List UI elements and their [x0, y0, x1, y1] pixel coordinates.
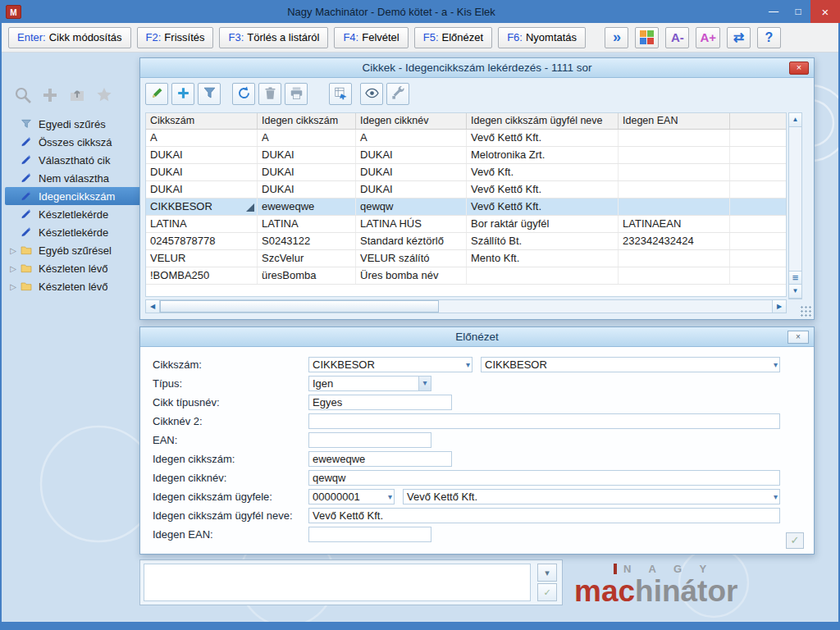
note-field[interactable] [144, 564, 531, 601]
delete-button[interactable] [258, 83, 281, 105]
table-row[interactable]: 02457878778S0243122Standard kéztörlőSzál… [146, 233, 786, 250]
combo-box[interactable]: Igen▾ [308, 376, 431, 391]
scroll-menu-button[interactable]: ≡ [789, 271, 801, 285]
table-cell[interactable] [730, 216, 786, 232]
scroll-right-button[interactable]: ▶ [772, 300, 786, 313]
sidebar-item[interactable]: Egyedi szűrés [5, 115, 143, 133]
table-row[interactable]: AAAVevő Kettő Kft. [146, 130, 786, 147]
favorite-button[interactable] [94, 85, 114, 105]
preview-apply-button[interactable]: ✓ [786, 532, 804, 549]
text-input[interactable] [308, 432, 431, 448]
table-cell[interactable] [619, 267, 730, 284]
sidebar-item[interactable]: Készletlekérde [5, 205, 143, 223]
font-decrease-button[interactable]: A- [665, 27, 689, 48]
column-header[interactable]: Cikkszám [146, 113, 258, 129]
dropdown-icon[interactable]: ▾ [774, 360, 778, 370]
table-cell[interactable]: Üres bomba név [356, 267, 467, 284]
table-cell[interactable] [730, 130, 786, 146]
help-button[interactable]: ? [757, 27, 781, 48]
print-button[interactable]: F6:Nyomtatás [498, 27, 586, 48]
table-cell[interactable]: üresBomba [258, 267, 356, 284]
table-cell[interactable]: DUKAI [146, 181, 258, 198]
resize-grip[interactable] [800, 305, 812, 317]
table-cell[interactable] [730, 233, 786, 249]
print-button[interactable] [285, 83, 308, 105]
preview-titlebar[interactable]: Előnézet × [140, 327, 814, 347]
sidebar-item[interactable]: Nem választha [5, 169, 143, 187]
table-row[interactable]: DUKAIDUKAIDUKAIVevő Kettő Kft. [146, 181, 786, 199]
settings-button[interactable] [386, 83, 409, 105]
table-cell[interactable]: Vevő Kettő Kft. [467, 199, 619, 215]
table-cell[interactable]: 02457878778 [146, 233, 258, 249]
horizontal-scroll-track[interactable] [439, 300, 772, 313]
table-cell[interactable] [619, 130, 730, 146]
text-input[interactable]: qewqw [308, 470, 780, 486]
delete-from-list-button[interactable]: F3:Törlés a listáról [219, 27, 328, 48]
minimize-button[interactable]: — [761, 0, 786, 23]
table-cell[interactable]: VELUR szálító [356, 250, 467, 267]
table-cell[interactable]: DUKAI [258, 147, 356, 163]
vertical-scroll-track[interactable] [789, 127, 801, 271]
text-input[interactable] [308, 413, 780, 429]
table-cell[interactable]: DUKAI [356, 164, 467, 180]
combo-box[interactable]: CIKKBESOR▾ [481, 357, 780, 372]
combo-box[interactable]: Vevő Kettő Kft.▾ [403, 489, 780, 504]
filter-button[interactable] [198, 83, 221, 105]
table-cell[interactable]: DUKAI [258, 181, 356, 198]
column-header[interactable]: Idegen cikknév [356, 113, 467, 129]
dropdown-icon[interactable]: ▾ [466, 360, 470, 370]
edit-button[interactable] [145, 83, 168, 105]
sidebar-item[interactable]: Készletlekérde [5, 223, 143, 241]
preview-button[interactable]: F5:Előnézet [414, 27, 492, 48]
table-cell[interactable] [619, 181, 730, 198]
close-button[interactable]: × [810, 0, 840, 23]
color-scheme-button[interactable] [635, 27, 659, 48]
scroll-up-button[interactable]: ▲ [789, 113, 801, 127]
sidebar-item[interactable]: Összes cikkszá [5, 133, 143, 151]
dropdown-icon[interactable]: ▾ [774, 492, 778, 502]
grid-window-titlebar[interactable]: Cikkek - Idegencikkszám lekérdezés - 111… [140, 58, 814, 78]
table-row[interactable]: VELURSzcVelurVELUR szálítóMento Kft. [146, 250, 786, 267]
sidebar-item[interactable]: ▷Készleten lévő [5, 277, 143, 295]
table-cell[interactable]: DUKAI [356, 181, 467, 198]
table-cell[interactable] [730, 181, 786, 198]
combo-box[interactable]: 00000001▾ [308, 489, 395, 504]
table-cell[interactable] [730, 250, 786, 267]
table-cell[interactable]: Standard kéztörlő [356, 233, 467, 249]
table-cell[interactable]: DUKAI [146, 164, 258, 180]
table-cell[interactable]: A [356, 130, 467, 146]
refresh-button[interactable] [232, 83, 255, 105]
dropdown-icon[interactable]: ▾ [388, 492, 392, 502]
column-header[interactable]: Idegen cikkszám [258, 113, 356, 129]
table-cell[interactable]: DUKAI [258, 164, 356, 180]
table-row[interactable]: CIKKBESOReweweqweqewqwVevő Kettő Kft. [146, 199, 786, 216]
table-cell[interactable]: Bor raktár ügyfél [467, 216, 619, 232]
table-cell[interactable]: Mento Kft. [467, 250, 619, 267]
expander-icon[interactable]: ▷ [7, 246, 20, 255]
open-button[interactable] [67, 85, 87, 105]
refresh-button[interactable]: F2:Frissítés [137, 27, 214, 48]
font-increase-button[interactable]: A+ [696, 27, 720, 48]
table-cell[interactable] [730, 147, 786, 163]
search-button[interactable] [13, 85, 33, 105]
maximize-button[interactable]: □ [786, 0, 810, 23]
table-cell[interactable]: LATINA HÚS [356, 216, 467, 232]
scroll-down-button[interactable]: ▼ [789, 285, 801, 299]
table-cell[interactable]: !BOMBA250 [146, 267, 258, 284]
table-cell[interactable]: SzcVelur [258, 250, 356, 267]
table-row[interactable]: !BOMBA250üresBombaÜres bomba név [146, 267, 786, 285]
table-cell[interactable]: S0243122 [258, 233, 356, 249]
table-row[interactable]: LATINALATINALATINA HÚSBor raktár ügyfélL… [146, 216, 786, 233]
table-cell[interactable]: LATINA [146, 216, 258, 232]
column-header[interactable] [730, 113, 786, 129]
table-cell[interactable]: qewqw [356, 199, 467, 215]
table-cell[interactable]: 232342432424 [619, 233, 730, 249]
table-cell[interactable]: LATINAEAN [619, 216, 730, 232]
table-cell[interactable] [730, 164, 786, 180]
horizontal-scroll-thumb[interactable] [160, 300, 439, 313]
expander-icon[interactable]: ▷ [7, 282, 20, 291]
table-cell[interactable]: CIKKBESOR [146, 199, 258, 215]
text-input[interactable]: eweweqwe [308, 451, 452, 467]
table-cell[interactable] [467, 267, 619, 284]
export-button[interactable] [329, 83, 352, 105]
